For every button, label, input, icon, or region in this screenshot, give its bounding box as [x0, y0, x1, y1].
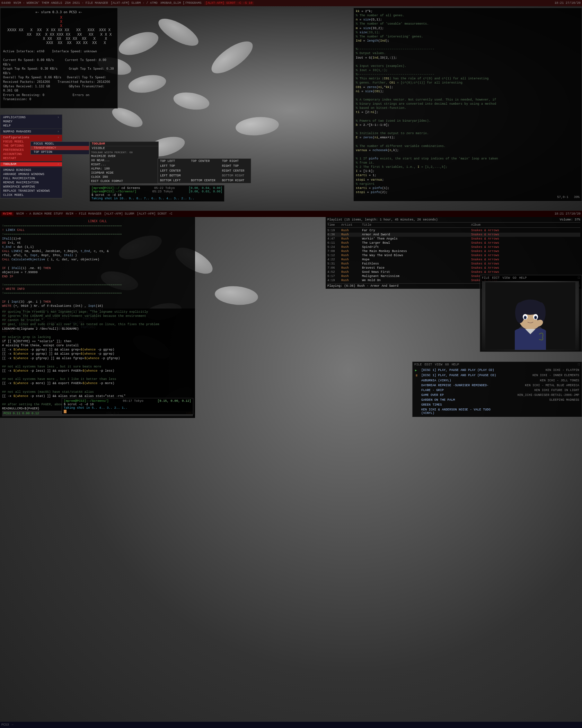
shell-terminal-bottom: [mprem@PCS3]:-/Screens/] 06:17 Tokyo [0.… [62, 398, 193, 415]
bottom-bar-item: — [12, 723, 14, 727]
music-menu-go[interactable]: GO [445, 363, 449, 366]
submenu-transparency[interactable]: TRANSPARENCY [31, 146, 89, 150]
menu-item-restart[interactable]: RESTART [0, 156, 62, 161]
avatar-menu-file[interactable]: FILE [482, 276, 490, 280]
shell-line-2: [mprem@PCS3]:-/Screens/] 05:23 Tokyo [0.… [91, 190, 222, 193]
playlist-row[interactable]: 7:06RushBravest FaceSnakes & Arrows [327, 266, 580, 270]
toolbar-iconbar[interactable]: ICOPBAR HIDE [90, 171, 158, 175]
submenu-topoption[interactable]: TOP OPTION [31, 150, 89, 154]
top-bar-item[interactable]: 64490 [1, 1, 11, 5]
music-row[interactable]: KEN ICHI & ANDERSON NOISE - VALE TUDO (V… [414, 407, 580, 416]
menu-item-config[interactable]: Configurations› [0, 136, 62, 140]
pos-left-center[interactable]: LEFT CENTER [158, 168, 189, 173]
application-menu: APPLICATIONS› MONEY HELP NUMPAD MANAGERS… [0, 114, 62, 199]
playlist-row[interactable]: 5:24RushSpindriftSnakes & Arrows [327, 245, 580, 249]
music-title: FLARE - GRIP [421, 389, 500, 392]
pos-top-left[interactable]: TOP LEFT [158, 159, 189, 164]
pos-top-center[interactable]: TOP CENTER [189, 159, 220, 164]
avatar-menu-edit[interactable]: EDIT [492, 276, 500, 280]
playlist-row[interactable]: 6:11RushThe Larger BowlSnakes & Arrows [327, 241, 580, 245]
playlist-row[interactable]: 4:22RushHopeSnakes & Arrows [327, 258, 580, 262]
menu-item-removemax[interactable]: REMOVE MAXIMIZATION [0, 181, 62, 185]
playing-text: Playing: (6:36) Rush - Armor And Sword [327, 284, 398, 288]
col-title: Title [362, 223, 471, 227]
menu-item-transient[interactable]: REPLACE TRANSIENT WINDOWS [0, 189, 62, 193]
pos-left-bottom[interactable]: LEFT BOTTOM [158, 173, 189, 178]
playlist-row[interactable]: 5:31RushFaithlessSnakes & Arrows [327, 262, 580, 266]
playlist-separator [327, 222, 580, 223]
music-row[interactable]: AUBURNIA (VINYL)KEN ICHI - JELL TONES [414, 378, 580, 383]
menu-item-arrange[interactable]: ARRANGE XMONAD WINDOWS [0, 172, 62, 176]
menu-item-bindings[interactable]: XMONAD BINDINGS [0, 168, 62, 172]
menu-item-applications[interactable]: APPLICATIONS› [0, 115, 62, 120]
music-right: KEN ICHI FUTURE IN LIGHT [501, 389, 579, 392]
music-row[interactable]: DAYBREAK REPRISE -SUNRISER REMINDED-KEN … [414, 383, 580, 388]
menu-item-money[interactable]: MONEY [0, 120, 62, 124]
top-bar-clock: 18:21 27/10/20 [554, 1, 581, 5]
music-row[interactable]: ▶[DISC 1] PLAY, PAUSE AND PLAY (PLAY CD)… [414, 368, 580, 373]
menu-item-numpad[interactable]: NUMPAD MANAGERS› [0, 130, 62, 134]
top-bar-item[interactable]: XMOBAR_SLIM [/PROGRAMS [160, 1, 202, 5]
pos-bottom-right[interactable]: BOTTOM RIGHT [220, 178, 251, 183]
music-icon: ▶ [415, 369, 421, 372]
shell-bottom-cursor [64, 410, 67, 413]
playlist-row[interactable]: 5:12RushThe Way The Wind BlowsSnakes & A… [327, 253, 580, 258]
music-menu-file[interactable]: FILE [414, 363, 422, 366]
pos-bottom-center[interactable]: BOTTOM CENTER [189, 178, 220, 183]
top-bar-item-active[interactable]: [ALXT-AFM] SCROT -C -S 10 [204, 1, 254, 5]
mid-bar-item[interactable]: [ALXT-AFM] SLURM [104, 212, 134, 216]
menu-item-fullmax[interactable]: FULL MAXIMIZATION [0, 176, 62, 181]
music-window-controls: □ [578, 363, 580, 366]
svg-point-5 [515, 302, 525, 323]
toolbar-xo-near[interactable]: XO NEAR... [90, 158, 158, 163]
avatar-menu-help[interactable]: HELP [519, 276, 527, 280]
pos-right-center[interactable]: RIGHT CENTER [220, 168, 251, 173]
shell-bottom-line1: [mprem@PCS3]:-/Screens/] 06:17 Tokyo [0.… [64, 399, 191, 403]
mid-bar-item[interactable]: NVIM - FILE MANAGER [66, 212, 102, 216]
playlist-row[interactable]: 6:36RushArmor And SwordSnakes & Arrows [327, 233, 580, 237]
playlist-row[interactable]: 5:19RushFar CrySnakes & Arrows [327, 228, 580, 233]
avatar-menu-view[interactable]: VIEW [502, 276, 510, 280]
submenu-focus[interactable]: FOCUS MODEL [31, 142, 89, 146]
mid-bar-item[interactable]: [ALXT-AFM] SCROT -C [137, 212, 173, 216]
playlist-row[interactable]: 4:47RushWorkin' Them AngelsSnakes & Arro… [327, 237, 580, 241]
top-bar-item[interactable]: [ALXT-AFM] SLURM - / ATMO [111, 1, 158, 5]
menu-item-warp[interactable]: WORKSPACE WARPING [0, 185, 62, 189]
music-title: [DISC 1] PLAY, PAUSE AND PLAY (PLAY CD) [421, 369, 500, 372]
music-row[interactable]: GAME OVER EPKEN_ICHI-SUNRISER-RETAIL-200… [414, 393, 580, 398]
music-title: AUBURNIA (VINYL) [421, 379, 500, 382]
pos-left-top[interactable]: LEFT TOP [158, 164, 189, 168]
mid-bar-item-active[interactable]: NVIMR [1, 212, 14, 216]
music-row[interactable]: GREEN TIMES [414, 402, 580, 407]
playlist-row[interactable]: 7:08RushThe Main Monkey BusinessSnakes &… [327, 249, 580, 253]
pos-bottom-left[interactable]: BOTTOM LEFT [158, 178, 189, 183]
pos-top-right[interactable]: TOP RIGHT [220, 159, 251, 164]
toolbar-right[interactable]: RIGHT... [90, 163, 158, 167]
playlist-row[interactable]: 4:52RushGood News FirstSnakes & Arrows [327, 270, 580, 274]
toolbar-edit-clock[interactable]: EDIT CLOCK FORMAT [90, 179, 158, 183]
pos-right-top[interactable]: RIGHT TOP [220, 164, 251, 168]
music-menu-help[interactable]: HELP [452, 363, 459, 366]
music-row[interactable]: GARDEN ON THE PALMSLEEPING MADNESS [414, 398, 580, 402]
music-icon: ⏸ [415, 374, 421, 378]
menu-item-click[interactable]: CLICK MODEL [0, 193, 62, 197]
top-bar-item[interactable]: NVIM - WORKIN' THEM ANGELS [14, 1, 62, 5]
playlist-col-header: Time Artist Title Album [327, 223, 580, 228]
toolbar-visible[interactable]: VISIBLE [90, 146, 158, 150]
avatar-menu-go[interactable]: GO [513, 276, 517, 280]
menu-item-toolbam[interactable]: TOOLBAM› [0, 162, 62, 166]
toolbar-clock[interactable]: CLOCK IRO [90, 175, 158, 179]
music-menu-view[interactable]: VIEW [435, 363, 442, 366]
menu-item-help[interactable]: HELP [0, 124, 62, 128]
toolbar-width: TOOLBAR WIDTH PERCENT: 60 [90, 150, 158, 154]
music-icon [415, 393, 421, 397]
music-right: KEN_ICHI-SUNRISER-RETAIL-2006-JMP [501, 393, 579, 397]
music-menubar: FILE EDIT VIEW GO HELP □ [414, 363, 580, 366]
mid-bar-item[interactable]: NVIM - A BUNCH MORE STUFF [16, 212, 63, 216]
pos-right-bottom: BOTTOM RIGHT [220, 173, 251, 178]
music-row[interactable]: ⏸[DISC 1] PLAY, PAUSE AND PLAY (PAUSE CD… [414, 373, 580, 378]
music-menu-edit[interactable]: EDIT [425, 363, 432, 366]
music-row[interactable]: FLARE - GRIPKEN ICHI FUTURE IN LIGHT [414, 388, 580, 393]
top-bar-item[interactable]: ZSH 2021 - FILE MANAGER [65, 1, 108, 5]
toolbar-maximize[interactable]: MAXIMIZE OVER [90, 154, 158, 158]
